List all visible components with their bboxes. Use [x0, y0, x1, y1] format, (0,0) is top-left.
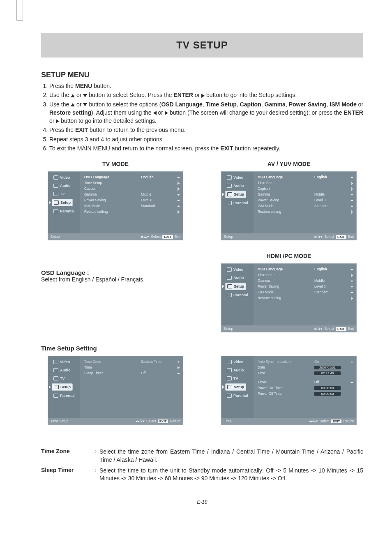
up-arrow-icon: [71, 94, 75, 97]
sidebar-item-setup: Setup: [225, 283, 246, 290]
page-number: E-18: [41, 499, 363, 505]
sidebar-item-parental: Parental: [52, 392, 76, 399]
step-4: Press the EXIT button to return to the p…: [49, 126, 363, 134]
sidebar-item-parental: Parental: [225, 200, 250, 206]
exit-badge: EXIT: [331, 419, 342, 423]
setup-icon: [54, 201, 59, 205]
enter-arrow-icon: ‖▸: [170, 366, 180, 369]
sidebar-item-audio: Audio: [225, 274, 246, 281]
osd-screenshot-av: Video Audio Setup Parental OSD LanguageE…: [221, 171, 357, 240]
sidebar-item-tv: TV: [52, 375, 67, 382]
step-3: Use the or button to select the options …: [49, 100, 363, 125]
sidebar-item-parental: Parental: [225, 392, 250, 399]
setup-icon: [54, 385, 59, 389]
nav-arrows-icon: ◂▸/▴▾: [314, 235, 323, 239]
adjust-arrows-icon: ◂▸: [170, 371, 180, 375]
pointer-icon: [49, 385, 51, 389]
parental-icon: [227, 201, 232, 205]
left-arrow-icon: [153, 111, 157, 115]
down-arrow-icon: [83, 103, 87, 106]
right-arrow-icon: [201, 94, 205, 98]
parental-icon: [53, 209, 58, 213]
tv-icon: [227, 376, 232, 380]
pointer-icon: [222, 285, 224, 288]
sidebar-item-audio: Audio: [225, 367, 246, 373]
video-icon: [53, 175, 58, 180]
instruction-list: Press the MENU button. Use the or button…: [41, 82, 363, 152]
setup-icon: [227, 385, 232, 389]
page-title: TV SETUP: [41, 33, 363, 58]
adjust-arrows-icon: ◂▸: [343, 360, 353, 364]
step-1: Press the MENU button.: [49, 82, 363, 90]
osd-language-heading: OSD Language :: [41, 269, 190, 276]
adjust-arrows-icon: ◂▸: [343, 285, 353, 288]
sidebar-item-audio: Audio: [52, 182, 72, 189]
adjust-arrows-icon: ◂▸: [170, 198, 180, 202]
definition-time-zone: Time Zone : Select the time zone from Ea…: [41, 448, 363, 464]
sidebar-item-setup: Setup: [52, 383, 73, 391]
sidebar-item-tv: TV: [52, 191, 67, 197]
mode-label-hdmi: HDMI /PC MODE: [214, 253, 363, 259]
enter-arrow-icon: ‖▸: [343, 210, 353, 214]
sidebar-item-video: Video: [225, 359, 245, 365]
up-arrow-icon: [71, 103, 75, 106]
down-arrow-icon: [83, 94, 87, 97]
video-icon: [227, 175, 232, 180]
sidebar-item-tv: TV: [225, 375, 240, 382]
sidebar-item-parental: Parental: [52, 208, 76, 214]
audio-icon: [227, 368, 232, 372]
adjust-arrows-icon: ◂▸: [170, 193, 180, 196]
exit-badge: EXIT: [336, 327, 346, 331]
osd-screenshot-tv: Video Audio TV Setup Parental OSD Langua…: [48, 171, 183, 240]
enter-arrow-icon: ‖▸: [343, 296, 353, 300]
setup-icon: [227, 192, 232, 196]
adjust-arrows-icon: ◂▸: [343, 175, 353, 179]
adjust-arrows-icon: ◂▸: [343, 204, 353, 208]
parental-icon: [53, 394, 58, 398]
audio-icon: [53, 368, 58, 372]
sidebar-item-setup: Setup: [52, 199, 73, 206]
adjust-arrows-icon: ◂▸: [170, 360, 180, 364]
setup-icon: [227, 284, 232, 288]
sidebar-item-video: Video: [52, 174, 71, 181]
pointer-icon: [222, 385, 224, 389]
audio-icon: [227, 276, 232, 280]
exit-badge: EXIT: [158, 419, 168, 423]
parental-icon: [227, 394, 232, 398]
adjust-arrows-icon: ◂▸: [170, 175, 180, 179]
footer-title: Setup: [224, 327, 233, 331]
sidebar-item-setup: Setup: [225, 191, 246, 198]
adjust-arrows-icon: ◂▸: [343, 279, 353, 283]
sidebar-item-video: Video: [225, 266, 245, 273]
sidebar-item-video: Video: [225, 174, 245, 181]
sidebar-item-audio: Audio: [225, 182, 246, 189]
power-on-timer-field: 00:00:00: [314, 386, 341, 390]
definition-sleep-timer: Sleep Timer : Select the time to turn th…: [41, 467, 363, 483]
sidebar-item-audio: Audio: [52, 367, 72, 373]
sidebar-item-video: Video: [52, 359, 71, 365]
enter-arrow-icon: ‖▸: [343, 273, 353, 277]
sidebar-item-setup: Setup: [225, 383, 246, 391]
nav-arrows-icon: ◂▸/▴▾: [314, 327, 323, 331]
nav-arrows-icon: ◂▸/▴▾: [136, 419, 145, 423]
adjust-arrows-icon: ◂▸: [343, 380, 353, 384]
pointer-icon: [49, 201, 51, 204]
enter-arrow-icon: ‖▸: [170, 210, 180, 214]
enter-arrow-icon: ‖▸: [170, 187, 180, 191]
enter-arrow-icon: ‖▸: [343, 181, 353, 185]
mode-label-av: AV / YUV MODE: [214, 161, 363, 167]
adjust-arrows-icon: ◂▸: [343, 198, 353, 202]
video-icon: [227, 360, 232, 364]
pointer-icon: [222, 193, 224, 196]
step-2: Use the or button to select Setup. Press…: [49, 91, 363, 99]
page-tab-decoration: [16, 0, 23, 21]
osd-screenshot-hdmi: Video Audio Setup Parental OSD LanguageE…: [221, 263, 357, 332]
enter-arrow-icon: ‖▸: [343, 187, 353, 191]
adjust-arrows-icon: ◂▸: [343, 290, 353, 294]
mode-label-tv: TV MODE: [41, 161, 190, 167]
osd-screenshot-time: Video Audio TV Setup Parental Auto Synch…: [221, 356, 357, 425]
step-6: To exit the MAIN MENU and return to the …: [49, 144, 363, 152]
footer-title: Time: [224, 419, 232, 423]
footer-title: Setup: [224, 235, 233, 239]
osd-screenshot-time-setup: Video Audio TV Setup Parental Time ZoneE…: [48, 356, 183, 425]
